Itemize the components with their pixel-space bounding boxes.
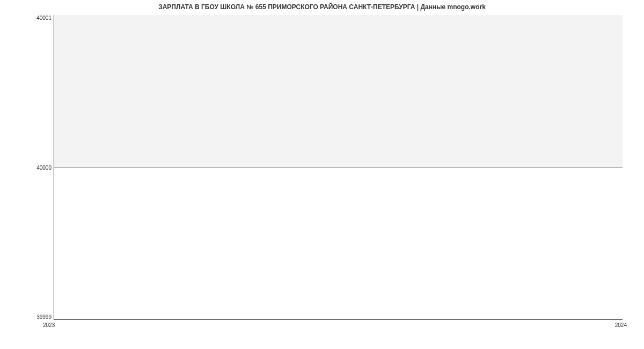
y-tick-top: 40001: [36, 15, 52, 21]
chart-title: ЗАРПЛАТА В ГБОУ ШКОЛА № 655 ПРИМОРСКОГО …: [0, 3, 644, 11]
y-tick-mid: 40000: [36, 165, 52, 171]
plot-area: [54, 15, 623, 320]
salary-chart: ЗАРПЛАТА В ГБОУ ШКОЛА № 655 ПРИМОРСКОГО …: [0, 0, 644, 349]
grid-band: [54, 15, 623, 168]
x-tick-right: 2024: [615, 322, 627, 328]
data-series-line: [54, 168, 623, 168]
y-tick-bot: 39999: [36, 314, 52, 320]
x-tick-left: 2023: [43, 322, 55, 328]
